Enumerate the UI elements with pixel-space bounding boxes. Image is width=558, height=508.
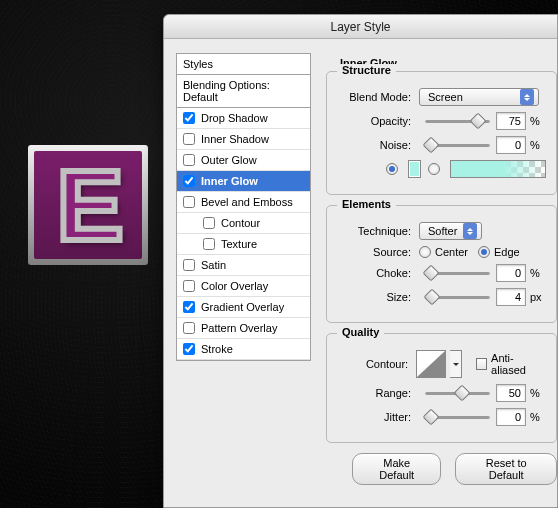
range-slider[interactable] xyxy=(425,386,490,400)
technique-value: Softer xyxy=(428,225,463,237)
styles-list: Drop ShadowInner ShadowOuter GlowInner G… xyxy=(176,108,311,361)
style-checkbox[interactable] xyxy=(183,133,195,145)
style-checkbox[interactable] xyxy=(183,196,195,208)
style-label: Bevel and Emboss xyxy=(201,196,293,208)
glow-gradient-swatch[interactable] xyxy=(450,160,546,178)
antialiased-checkbox[interactable]: Anti-aliased xyxy=(476,352,546,376)
range-label: Range: xyxy=(341,387,419,399)
choke-input[interactable] xyxy=(496,264,526,282)
reset-default-button[interactable]: Reset to Default xyxy=(455,453,557,485)
choke-slider[interactable] xyxy=(425,266,490,280)
style-label: Gradient Overlay xyxy=(201,301,284,313)
blend-mode-label: Blend Mode: xyxy=(341,91,419,103)
preview-letter: E xyxy=(57,148,120,263)
size-label: Size: xyxy=(341,291,419,303)
technique-select[interactable]: Softer xyxy=(419,222,482,240)
opacity-label: Opacity: xyxy=(341,115,419,127)
style-row[interactable]: Stroke xyxy=(177,339,310,360)
style-row[interactable]: Pattern Overlay xyxy=(177,318,310,339)
styles-header[interactable]: Styles xyxy=(176,53,311,75)
style-row[interactable]: Satin xyxy=(177,255,310,276)
style-checkbox[interactable] xyxy=(183,280,195,292)
size-slider[interactable] xyxy=(425,290,490,304)
range-unit: % xyxy=(530,387,546,399)
glow-color-swatch[interactable] xyxy=(408,160,421,178)
noise-label: Noise: xyxy=(341,139,419,151)
technique-label: Technique: xyxy=(341,225,419,237)
options-panel: Inner Glow Structure Blend Mode: Screen … xyxy=(326,71,557,485)
opacity-input[interactable] xyxy=(496,112,526,130)
style-row[interactable]: Color Overlay xyxy=(177,276,310,297)
opacity-slider[interactable] xyxy=(425,114,490,128)
elements-group: Elements Technique: Softer Source: Cente… xyxy=(326,205,557,323)
elements-legend: Elements xyxy=(337,198,396,210)
jitter-input[interactable] xyxy=(496,408,526,426)
style-row[interactable]: Bevel and Emboss xyxy=(177,192,310,213)
style-checkbox[interactable] xyxy=(203,238,215,250)
style-label: Drop Shadow xyxy=(201,112,268,124)
choke-label: Choke: xyxy=(341,267,419,279)
quality-group: Quality Contour: Anti-aliased xyxy=(326,333,557,443)
blending-options-row[interactable]: Blending Options: Default xyxy=(176,75,311,108)
style-label: Color Overlay xyxy=(201,280,268,292)
style-row[interactable]: Texture xyxy=(177,234,310,255)
range-input[interactable] xyxy=(496,384,526,402)
jitter-label: Jitter: xyxy=(341,411,419,423)
select-arrows-icon xyxy=(463,223,477,239)
noise-unit: % xyxy=(530,139,546,151)
style-checkbox[interactable] xyxy=(183,343,195,355)
source-center-label: Center xyxy=(435,246,468,258)
style-row[interactable]: Inner Shadow xyxy=(177,129,310,150)
style-label: Inner Glow xyxy=(201,175,258,187)
style-checkbox[interactable] xyxy=(183,301,195,313)
dialog-title: Layer Style xyxy=(164,15,557,39)
opacity-unit: % xyxy=(530,115,546,127)
blend-mode-value: Screen xyxy=(428,91,469,103)
style-row[interactable]: Outer Glow xyxy=(177,150,310,171)
gradient-radio[interactable] xyxy=(428,163,440,175)
jitter-slider[interactable] xyxy=(425,410,490,424)
style-label: Inner Shadow xyxy=(201,133,269,145)
solid-color-radio[interactable] xyxy=(386,163,398,175)
style-label: Satin xyxy=(201,259,226,271)
style-preview: E xyxy=(28,145,148,265)
make-default-button[interactable]: Make Default xyxy=(352,453,441,485)
noise-slider[interactable] xyxy=(425,138,490,152)
choke-unit: % xyxy=(530,267,546,279)
layer-style-dialog: Layer Style Styles Blending Options: Def… xyxy=(163,14,558,508)
contour-picker[interactable] xyxy=(416,350,446,378)
style-label: Texture xyxy=(221,238,257,250)
style-checkbox[interactable] xyxy=(183,154,195,166)
source-label: Source: xyxy=(341,246,419,258)
style-label: Contour xyxy=(221,217,260,229)
size-unit: px xyxy=(530,291,546,303)
antialiased-label: Anti-aliased xyxy=(491,352,546,376)
contour-dropdown-icon[interactable] xyxy=(450,350,462,378)
size-input[interactable] xyxy=(496,288,526,306)
select-arrows-icon xyxy=(520,89,534,105)
style-row[interactable]: Contour xyxy=(177,213,310,234)
style-checkbox[interactable] xyxy=(183,175,195,187)
style-label: Outer Glow xyxy=(201,154,257,166)
style-row[interactable]: Gradient Overlay xyxy=(177,297,310,318)
style-row[interactable]: Drop Shadow xyxy=(177,108,310,129)
contour-label: Contour: xyxy=(341,358,416,370)
structure-legend: Structure xyxy=(337,64,396,76)
source-edge-radio[interactable]: Edge xyxy=(478,246,520,258)
style-checkbox[interactable] xyxy=(203,217,215,229)
quality-legend: Quality xyxy=(337,326,384,338)
blend-mode-select[interactable]: Screen xyxy=(419,88,539,106)
style-label: Pattern Overlay xyxy=(201,322,277,334)
styles-column: Styles Blending Options: Default Drop Sh… xyxy=(176,53,311,361)
style-label: Stroke xyxy=(201,343,233,355)
style-checkbox[interactable] xyxy=(183,112,195,124)
noise-input[interactable] xyxy=(496,136,526,154)
style-checkbox[interactable] xyxy=(183,322,195,334)
style-row[interactable]: Inner Glow xyxy=(177,171,310,192)
style-checkbox[interactable] xyxy=(183,259,195,271)
jitter-unit: % xyxy=(530,411,546,423)
source-center-radio[interactable]: Center xyxy=(419,246,468,258)
source-edge-label: Edge xyxy=(494,246,520,258)
structure-group: Structure Blend Mode: Screen Opacity: % xyxy=(326,71,557,195)
